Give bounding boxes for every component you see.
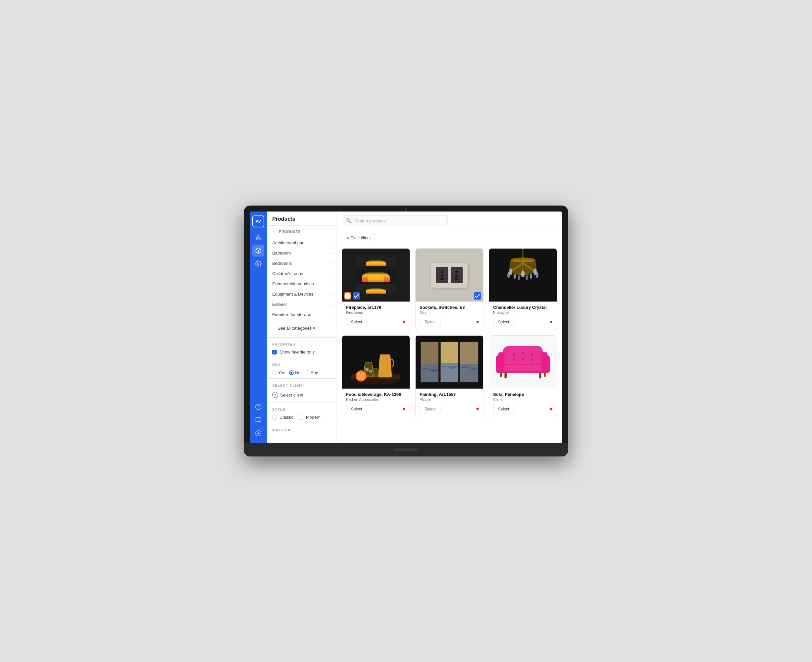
material-section: MATERIAL — [267, 423, 336, 439]
clear-filters-button[interactable]: ✕ Clear filters — [342, 234, 375, 242]
radio-yes-icon[interactable] — [272, 370, 277, 375]
search-icon: 🔍 — [346, 218, 352, 223]
svg-point-28 — [530, 274, 532, 279]
svg-rect-34 — [365, 368, 368, 371]
category-item-architectural[interactable]: Architectural part › — [267, 238, 336, 248]
nda-no[interactable]: No — [289, 370, 301, 375]
nav-messages[interactable] — [252, 414, 264, 426]
badge-blue-check — [474, 292, 481, 300]
svg-point-26 — [536, 272, 538, 278]
product-name: Sockets, Switches, E3 — [420, 305, 479, 310]
back-arrow-icon: ← — [272, 229, 277, 235]
search-placeholder: Search products — [354, 219, 386, 223]
show-favorites-row[interactable]: Show favorite only — [272, 350, 331, 355]
category-item-bathroom[interactable]: Bathroom › — [267, 248, 336, 258]
svg-rect-44 — [421, 365, 439, 382]
select-client-button[interactable]: + Select client — [272, 390, 331, 399]
style-checkboxes: Classic Modern — [272, 415, 331, 420]
svg-rect-59 — [500, 372, 502, 377]
modern-checkbox[interactable] — [299, 415, 303, 420]
nav-products[interactable] — [252, 244, 264, 257]
classic-label: Classic — [279, 415, 293, 420]
category-label: Bedrooms — [272, 261, 292, 266]
product-card-chandelier: Chandelier Luxury Crystal Prototype Sele… — [489, 248, 557, 330]
socket-slot — [454, 278, 459, 280]
search-box[interactable]: 🔍 Search products — [342, 215, 448, 226]
category-item-bedrooms[interactable]: Bedrooms › — [267, 258, 336, 268]
favorite-heart-chandelier[interactable]: ♥ — [550, 319, 553, 325]
chevron-right-icon: › — [330, 292, 331, 297]
favorite-heart-sofa[interactable]: ♥ — [550, 406, 553, 412]
product-name: Sofa, Penelope — [493, 392, 553, 397]
nda-yes[interactable]: Yes — [272, 370, 285, 375]
product-category: Fireplaces — [346, 310, 406, 315]
product-image-socket — [416, 249, 483, 302]
svg-point-54 — [512, 358, 515, 361]
category-label: Bathroom — [272, 251, 291, 255]
main-content: 🔍 Search products ✕ Clear filters — [337, 212, 562, 443]
select-button-food[interactable]: Select — [346, 405, 367, 413]
category-item-commercial[interactable]: Commercial premises › — [267, 279, 336, 289]
svg-point-31 — [517, 273, 529, 277]
favorite-heart-food[interactable]: ♥ — [403, 406, 406, 412]
product-actions: Select ♥ — [493, 318, 553, 326]
classic-checkbox[interactable] — [272, 415, 277, 420]
favorite-heart-fireplace[interactable]: ♥ — [403, 319, 406, 325]
nav-add[interactable] — [252, 427, 264, 439]
material-label: MATERIAL — [272, 428, 331, 432]
nav-hierarchy[interactable] — [252, 231, 264, 243]
style-modern[interactable]: Modern — [299, 415, 321, 420]
product-info-sofa: Sofa, Penelope China Select ♥ — [489, 389, 557, 417]
product-actions: Select ♥ — [346, 318, 406, 326]
see-all-label: See all categories — [277, 326, 312, 331]
select-client-label: SELECT CLIENT — [272, 383, 331, 387]
favorites-label: FAVORITES — [272, 342, 331, 346]
product-actions: Select ♥ — [420, 318, 479, 326]
sidebar: Products ← PRODUCTS Architectural part ›… — [267, 212, 337, 443]
food-svg — [342, 336, 410, 389]
select-button-fireplace[interactable]: Select — [346, 318, 367, 326]
product-info-chandelier: Chandelier Luxury Crystal Prototype Sele… — [489, 302, 557, 330]
product-info-painting: Painting, Art.1557 Picture Select ♥ — [416, 389, 483, 417]
socket-plate — [431, 263, 467, 288]
product-category: Kitchen Accessories — [346, 397, 406, 402]
modern-label: Modern — [306, 415, 321, 420]
select-button-chandelier[interactable]: Select — [493, 318, 514, 326]
category-item-furniture[interactable]: Furniture for storage › — [267, 310, 336, 320]
back-nav[interactable]: ← PRODUCTS — [267, 226, 336, 236]
radio-any-icon[interactable] — [304, 370, 309, 375]
select-button-socket[interactable]: Select — [420, 318, 440, 326]
category-item-equipment[interactable]: Equipment & Devices › — [267, 289, 336, 299]
category-label: Commercial premises — [272, 281, 314, 286]
svg-point-27 — [514, 274, 516, 279]
logo-badge: AV — [252, 215, 264, 227]
category-item-childrens[interactable]: Children's rooms › — [267, 268, 336, 279]
chevron-right-icon: › — [330, 282, 331, 286]
chevron-right-icon: › — [330, 241, 331, 245]
show-favorites-checkbox[interactable] — [272, 350, 277, 355]
svg-point-52 — [522, 352, 524, 355]
nda-any[interactable]: Any — [304, 370, 318, 375]
socket-unit-1 — [436, 267, 448, 283]
select-button-painting[interactable]: Select — [420, 405, 440, 413]
painting-svg — [418, 338, 480, 386]
product-image-food — [342, 336, 410, 389]
nav-settings[interactable] — [252, 258, 264, 270]
category-label: Furniture for storage — [272, 312, 311, 317]
sidebar-header: Products — [267, 212, 336, 226]
product-card-painting: Painting, Art.1557 Picture Select ♥ — [415, 335, 483, 417]
product-badges — [344, 292, 360, 300]
category-label: Equipment & Devices — [272, 292, 313, 297]
sidebar-title: Products — [272, 216, 331, 222]
favorite-heart-painting[interactable]: ♥ — [476, 406, 480, 412]
style-classic[interactable]: Classic — [272, 415, 293, 420]
see-all-categories[interactable]: See all categories ▾ — [272, 323, 331, 333]
category-item-exterior[interactable]: Exterior › — [267, 299, 336, 310]
favorite-heart-socket[interactable]: ♥ — [476, 319, 480, 325]
product-category: Picture — [420, 397, 479, 402]
product-image-painting — [416, 336, 483, 389]
nda-radio-group: Yes No Any — [272, 370, 331, 375]
radio-no-icon[interactable] — [289, 370, 294, 375]
select-button-sofa[interactable]: Select — [493, 405, 514, 413]
nav-help[interactable] — [252, 401, 264, 413]
